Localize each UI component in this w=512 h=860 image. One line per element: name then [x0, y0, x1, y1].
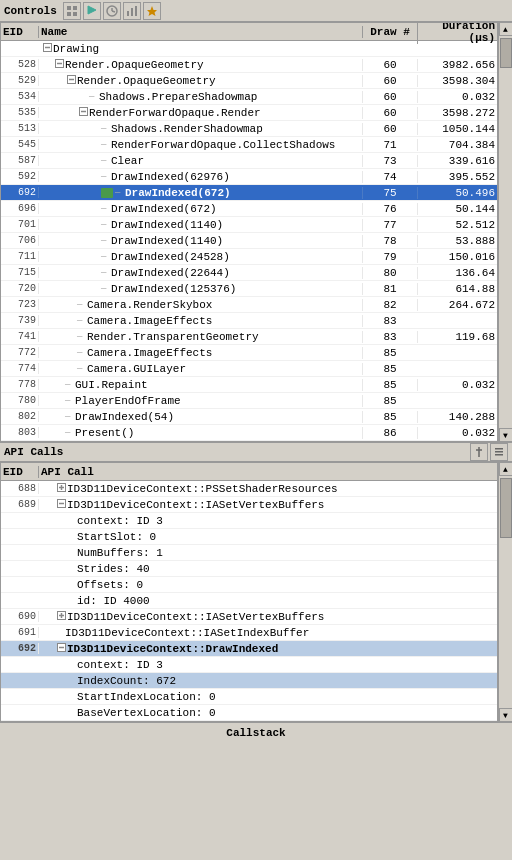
api-row[interactable]: StartSlot: 0	[1, 529, 497, 545]
tree-cell-eid: 535	[1, 107, 39, 118]
pin-icon-btn[interactable]	[470, 443, 488, 461]
api-row[interactable]: IndexCount: 672	[1, 673, 497, 689]
api-scroll-down[interactable]: ▼	[499, 708, 513, 722]
api-row[interactable]: context: ID 3	[1, 513, 497, 529]
api-row[interactable]: 692ID3D11DeviceContext::DrawIndexed	[1, 641, 497, 657]
pin-icon	[474, 447, 484, 457]
tree-cell-draw: 86	[362, 427, 417, 439]
api-cell-call: context: ID 3	[39, 659, 497, 671]
tree-cell-eid: 774	[1, 363, 39, 374]
flag-icon-btn[interactable]	[83, 2, 101, 20]
scroll-down-arrow[interactable]: ▼	[499, 428, 513, 442]
tree-row[interactable]: 802─DrawIndexed(54)85140.288	[1, 409, 497, 425]
tree-panel: EID Name Draw # Duration (µs) Drawing528…	[0, 22, 498, 442]
tree-cell-name: ─DrawIndexed(672)	[39, 187, 362, 199]
tree-cell-name: ─DrawIndexed(672)	[39, 203, 362, 215]
tree-row[interactable]: 535RenderForwardOpaque.Render603598.272	[1, 105, 497, 121]
api-cell-call: StartSlot: 0	[39, 531, 497, 543]
api-row[interactable]: 691ID3D11DeviceContext::IASetIndexBuffer	[1, 625, 497, 641]
api-row[interactable]: context: ID 3	[1, 657, 497, 673]
tree-cell-draw: 75	[362, 187, 417, 199]
star-icon-btn[interactable]	[143, 2, 161, 20]
tree-row[interactable]: 772─Camera.ImageEffects85	[1, 345, 497, 361]
tree-cell-draw: 60	[362, 107, 417, 119]
svg-rect-8	[127, 11, 129, 16]
grid-icon-btn[interactable]	[63, 2, 81, 20]
tree-row[interactable]: 780─PlayerEndOfFrame85	[1, 393, 497, 409]
scroll-up-arrow[interactable]: ▲	[499, 22, 513, 36]
tree-cell-duration: 50.144	[417, 203, 497, 215]
api-scroll-up[interactable]: ▲	[499, 462, 513, 476]
tree-row-label: DrawIndexed(24528)	[111, 251, 230, 263]
tree-row[interactable]: 701─DrawIndexed(1140)7752.512	[1, 217, 497, 233]
tree-connector: ─	[101, 284, 111, 294]
tree-cell-eid: 803	[1, 427, 39, 438]
settings-icon-btn[interactable]	[490, 443, 508, 461]
tree-row[interactable]: 720─DrawIndexed(125376)81614.88	[1, 281, 497, 297]
tree-row[interactable]: 741─Render.TransparentGeometry83119.68	[1, 329, 497, 345]
tree-row[interactable]: 545─RenderForwardOpaque.CollectShadows71…	[1, 137, 497, 153]
api-col-eid-header: EID	[1, 466, 39, 478]
api-expand-icon[interactable]	[55, 483, 67, 495]
tree-row[interactable]: 513─Shadows.RenderShadowmap601050.144	[1, 121, 497, 137]
tree-connector: ─	[101, 220, 111, 230]
star-icon	[146, 5, 158, 17]
api-call-label: StartIndexLocation: 0	[77, 691, 216, 703]
tree-row[interactable]: 778─GUI.Repaint850.032	[1, 377, 497, 393]
api-row[interactable]: Offsets: 0	[1, 577, 497, 593]
chart-icon-btn[interactable]	[123, 2, 141, 20]
tree-cell-name: ─Camera.ImageEffects	[39, 347, 362, 359]
tree-expand-icon[interactable]	[41, 43, 53, 55]
tree-cell-name: ─DrawIndexed(125376)	[39, 283, 362, 295]
api-expand-icon[interactable]	[55, 499, 67, 511]
tree-cell-duration: 136.64	[417, 267, 497, 279]
tree-cell-eid: 692	[1, 187, 39, 198]
tree-row[interactable]: 529Render.OpaqueGeometry603598.304	[1, 73, 497, 89]
api-expand-icon[interactable]	[55, 643, 67, 655]
tree-row[interactable]: 587─Clear73339.616	[1, 153, 497, 169]
tree-row[interactable]: 715─DrawIndexed(22644)80136.64	[1, 265, 497, 281]
tree-row[interactable]: 739─Camera.ImageEffects83	[1, 313, 497, 329]
api-cell-call: BaseVertexLocation: 0	[39, 707, 497, 719]
api-panel-main: EID API Call 688ID3D11DeviceContext::PSS…	[0, 462, 498, 722]
api-row[interactable]: id: ID 4000	[1, 593, 497, 609]
api-scroll-thumb[interactable]	[500, 478, 512, 538]
tree-expand-icon[interactable]	[53, 59, 65, 71]
api-row[interactable]: StartIndexLocation: 0	[1, 689, 497, 705]
api-row[interactable]: Strides: 40	[1, 561, 497, 577]
tree-row-label: DrawIndexed(54)	[75, 411, 174, 423]
tree-row[interactable]: 706─DrawIndexed(1140)7853.888	[1, 233, 497, 249]
tree-cell-draw: 82	[362, 299, 417, 311]
tree-row[interactable]: 528Render.OpaqueGeometry603982.656	[1, 57, 497, 73]
tree-cell-name: ─DrawIndexed(1140)	[39, 235, 362, 247]
tree-cell-name: ─DrawIndexed(1140)	[39, 219, 362, 231]
tree-row[interactable]: 774─Camera.GUILayer85	[1, 361, 497, 377]
api-scrollbar[interactable]: ▲ ▼	[498, 462, 512, 722]
api-row[interactable]: 689ID3D11DeviceContext::IASetVertexBuffe…	[1, 497, 497, 513]
tree-row[interactable]: 723─Camera.RenderSkybox82264.672	[1, 297, 497, 313]
tree-row[interactable]: 711─DrawIndexed(24528)79150.016	[1, 249, 497, 265]
tree-row[interactable]: 534─Shadows.PrepareShadowmap600.032	[1, 89, 497, 105]
api-cell-call: ID3D11DeviceContext::IASetVertexBuffers	[39, 499, 497, 511]
api-row[interactable]: 688ID3D11DeviceContext::PSSetShaderResou…	[1, 481, 497, 497]
tree-cell-duration: 704.384	[417, 139, 497, 151]
tree-expand-icon[interactable]	[65, 75, 77, 87]
tree-row[interactable]: 803─Present()860.032	[1, 425, 497, 441]
api-call-label: ID3D11DeviceContext::IASetVertexBuffers	[67, 611, 324, 623]
tree-row[interactable]: 696─DrawIndexed(672)7650.144	[1, 201, 497, 217]
scroll-thumb[interactable]	[500, 38, 512, 68]
api-row[interactable]: 690ID3D11DeviceContext::IASetVertexBuffe…	[1, 609, 497, 625]
tree-row-label: DrawIndexed(1140)	[111, 219, 223, 231]
tree-row[interactable]: 692─DrawIndexed(672)7550.496	[1, 185, 497, 201]
api-row[interactable]: BaseVertexLocation: 0	[1, 705, 497, 721]
tree-cell-name: RenderForwardOpaque.Render	[39, 107, 362, 119]
tree-cell-duration: 140.288	[417, 411, 497, 423]
tree-expand-icon[interactable]	[77, 107, 89, 119]
tree-row[interactable]: 592─DrawIndexed(62976)74395.552	[1, 169, 497, 185]
api-expand-icon[interactable]	[55, 611, 67, 623]
api-row[interactable]: NumBuffers: 1	[1, 545, 497, 561]
tree-scrollbar[interactable]: ▲ ▼	[498, 22, 512, 442]
tree-cell-eid: 528	[1, 59, 39, 70]
tree-connector: ─	[101, 124, 111, 134]
clock-icon-btn[interactable]	[103, 2, 121, 20]
